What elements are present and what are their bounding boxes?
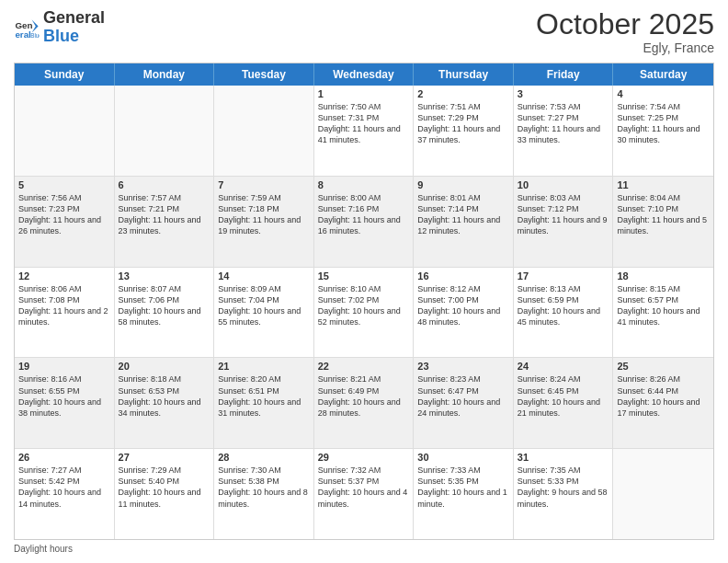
day-number: 26 <box>18 452 110 463</box>
cell-info: Sunrise: 8:21 AMSunset: 6:49 PMDaylight:… <box>318 373 410 419</box>
calendar-cell-3-3: 22Sunrise: 8:21 AMSunset: 6:49 PMDayligh… <box>314 358 415 448</box>
cell-info: Sunrise: 8:06 AMSunset: 7:08 PMDaylight:… <box>18 283 110 328</box>
cell-info: Sunrise: 7:53 AMSunset: 7:27 PMDaylight:… <box>518 101 609 146</box>
cell-info: Sunrise: 7:32 AMSunset: 5:37 PMDaylight:… <box>318 465 410 510</box>
calendar-cell-0-1 <box>115 86 215 176</box>
calendar-cell-0-5: 3Sunrise: 7:53 AMSunset: 7:27 PMDaylight… <box>514 86 614 176</box>
day-number: 10 <box>518 179 609 190</box>
day-number: 5 <box>18 179 110 190</box>
month-title: October 2025 <box>536 9 714 39</box>
day-number: 11 <box>617 179 710 190</box>
cell-info: Sunrise: 8:13 AMSunset: 6:59 PMDaylight:… <box>518 283 609 328</box>
svg-text:Blue: Blue <box>30 32 40 39</box>
day-number: 7 <box>218 179 310 190</box>
calendar-cell-1-2: 7Sunrise: 7:59 AMSunset: 7:18 PMDaylight… <box>214 177 314 267</box>
day-number: 6 <box>119 179 210 190</box>
calendar-cell-3-0: 19Sunrise: 8:16 AMSunset: 6:55 PMDayligh… <box>15 358 115 448</box>
calendar-cell-2-1: 13Sunrise: 8:07 AMSunset: 7:06 PMDayligh… <box>115 268 215 358</box>
header-day-thursday: Thursday <box>414 63 514 86</box>
calendar-row-0: 1Sunrise: 7:50 AMSunset: 7:31 PMDaylight… <box>15 86 713 176</box>
day-number: 18 <box>617 270 710 282</box>
cell-info: Sunrise: 7:57 AMSunset: 7:21 PMDaylight:… <box>119 192 210 237</box>
svg-marker-2 <box>32 19 39 32</box>
calendar-cell-3-1: 20Sunrise: 8:18 AMSunset: 6:53 PMDayligh… <box>115 358 215 448</box>
location: Egly, France <box>536 40 714 55</box>
day-number: 15 <box>318 270 410 282</box>
day-number: 3 <box>518 88 609 99</box>
calendar-cell-4-1: 27Sunrise: 7:29 AMSunset: 5:40 PMDayligh… <box>115 449 215 539</box>
day-number: 20 <box>119 361 210 372</box>
cell-info: Sunrise: 7:29 AMSunset: 5:40 PMDaylight:… <box>119 465 210 510</box>
cell-info: Sunrise: 8:10 AMSunset: 7:02 PMDaylight:… <box>318 283 410 328</box>
header-day-tuesday: Tuesday <box>214 63 314 86</box>
cell-info: Sunrise: 8:23 AMSunset: 6:47 PMDaylight:… <box>417 373 509 419</box>
calendar-cell-1-0: 5Sunrise: 7:56 AMSunset: 7:23 PMDaylight… <box>15 177 115 267</box>
calendar-row-2: 12Sunrise: 8:06 AMSunset: 7:08 PMDayligh… <box>15 267 713 358</box>
header: Gen eral Blue General Blue October 2025 … <box>14 9 714 55</box>
calendar-cell-1-6: 11Sunrise: 8:04 AMSunset: 7:10 PMDayligh… <box>613 177 713 267</box>
cell-info: Sunrise: 7:30 AMSunset: 5:38 PMDaylight:… <box>218 465 310 510</box>
day-number: 2 <box>417 88 509 99</box>
cell-info: Sunrise: 8:15 AMSunset: 6:57 PMDaylight:… <box>617 283 710 328</box>
page: Gen eral Blue General Blue October 2025 … <box>0 0 728 563</box>
calendar-cell-2-0: 12Sunrise: 8:06 AMSunset: 7:08 PMDayligh… <box>15 268 115 358</box>
cell-info: Sunrise: 7:50 AMSunset: 7:31 PMDaylight:… <box>318 101 410 146</box>
day-number: 1 <box>318 88 410 99</box>
day-number: 22 <box>318 361 410 372</box>
cell-info: Sunrise: 7:56 AMSunset: 7:23 PMDaylight:… <box>18 192 110 237</box>
cell-info: Sunrise: 8:00 AMSunset: 7:16 PMDaylight:… <box>318 192 410 237</box>
calendar: SundayMondayTuesdayWednesdayThursdayFrid… <box>14 63 714 540</box>
calendar-cell-0-3: 1Sunrise: 7:50 AMSunset: 7:31 PMDaylight… <box>314 86 415 176</box>
day-number: 14 <box>218 270 310 282</box>
header-day-monday: Monday <box>115 63 215 86</box>
calendar-cell-3-6: 25Sunrise: 8:26 AMSunset: 6:44 PMDayligh… <box>613 358 713 448</box>
cell-info: Sunrise: 8:18 AMSunset: 6:53 PMDaylight:… <box>119 373 210 419</box>
day-number: 31 <box>518 452 609 463</box>
calendar-cell-0-2 <box>214 86 314 176</box>
day-number: 25 <box>617 361 710 372</box>
day-number: 23 <box>417 361 509 372</box>
day-number: 24 <box>518 361 609 372</box>
calendar-cell-1-5: 10Sunrise: 8:03 AMSunset: 7:12 PMDayligh… <box>514 177 614 267</box>
day-number: 4 <box>617 88 710 99</box>
calendar-cell-4-6 <box>613 449 713 539</box>
calendar-cell-2-5: 17Sunrise: 8:13 AMSunset: 6:59 PMDayligh… <box>514 268 614 358</box>
header-day-saturday: Saturday <box>613 63 713 86</box>
logo-icon: Gen eral Blue <box>14 15 40 40</box>
header-day-wednesday: Wednesday <box>314 63 415 86</box>
calendar-row-3: 19Sunrise: 8:16 AMSunset: 6:55 PMDayligh… <box>15 357 713 448</box>
calendar-cell-2-6: 18Sunrise: 8:15 AMSunset: 6:57 PMDayligh… <box>613 268 713 358</box>
calendar-cell-2-3: 15Sunrise: 8:10 AMSunset: 7:02 PMDayligh… <box>314 268 415 358</box>
calendar-row-4: 26Sunrise: 7:27 AMSunset: 5:42 PMDayligh… <box>15 448 713 539</box>
day-number: 17 <box>518 270 609 282</box>
footer: Daylight hours <box>14 544 714 554</box>
svg-text:eral: eral <box>15 29 31 40</box>
cell-info: Sunrise: 7:33 AMSunset: 5:35 PMDaylight:… <box>417 465 509 510</box>
calendar-cell-4-4: 30Sunrise: 7:33 AMSunset: 5:35 PMDayligh… <box>414 449 514 539</box>
logo-blue: Blue <box>43 28 105 46</box>
logo: Gen eral Blue General Blue <box>14 9 105 46</box>
calendar-cell-4-0: 26Sunrise: 7:27 AMSunset: 5:42 PMDayligh… <box>15 449 115 539</box>
cell-info: Sunrise: 8:24 AMSunset: 6:45 PMDaylight:… <box>518 373 609 419</box>
day-number: 30 <box>417 452 509 463</box>
cell-info: Sunrise: 8:16 AMSunset: 6:55 PMDaylight:… <box>18 373 110 419</box>
calendar-cell-0-0 <box>15 86 115 176</box>
cell-info: Sunrise: 8:04 AMSunset: 7:10 PMDaylight:… <box>617 192 710 237</box>
cell-info: Sunrise: 7:54 AMSunset: 7:25 PMDaylight:… <box>617 101 710 146</box>
cell-info: Sunrise: 8:03 AMSunset: 7:12 PMDaylight:… <box>518 192 609 237</box>
cell-info: Sunrise: 8:09 AMSunset: 7:04 PMDaylight:… <box>218 283 310 328</box>
cell-info: Sunrise: 8:12 AMSunset: 7:00 PMDaylight:… <box>417 283 509 328</box>
calendar-cell-0-6: 4Sunrise: 7:54 AMSunset: 7:25 PMDaylight… <box>613 86 713 176</box>
calendar-cell-3-2: 21Sunrise: 8:20 AMSunset: 6:51 PMDayligh… <box>214 358 314 448</box>
day-number: 13 <box>119 270 210 282</box>
calendar-cell-4-5: 31Sunrise: 7:35 AMSunset: 5:33 PMDayligh… <box>514 449 614 539</box>
day-number: 21 <box>218 361 310 372</box>
calendar-cell-4-3: 29Sunrise: 7:32 AMSunset: 5:37 PMDayligh… <box>314 449 415 539</box>
cell-info: Sunrise: 7:59 AMSunset: 7:18 PMDaylight:… <box>218 192 310 237</box>
cell-info: Sunrise: 7:27 AMSunset: 5:42 PMDaylight:… <box>18 465 110 510</box>
header-day-sunday: Sunday <box>15 63 115 86</box>
calendar-cell-2-4: 16Sunrise: 8:12 AMSunset: 7:00 PMDayligh… <box>414 268 514 358</box>
cell-info: Sunrise: 8:26 AMSunset: 6:44 PMDaylight:… <box>617 373 710 419</box>
cell-info: Sunrise: 7:51 AMSunset: 7:29 PMDaylight:… <box>417 101 509 146</box>
day-number: 9 <box>417 179 509 190</box>
